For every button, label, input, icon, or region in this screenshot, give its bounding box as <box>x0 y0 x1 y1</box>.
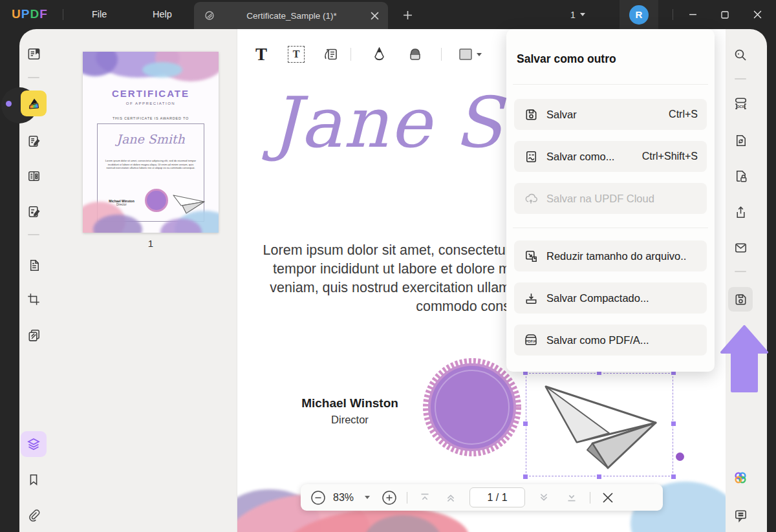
sidebar-item-ocr[interactable]: OCR <box>728 91 753 116</box>
first-page-button[interactable] <box>415 491 435 505</box>
callout-tool-button[interactable] <box>319 43 343 66</box>
close-toolbar-button[interactable] <box>598 492 618 504</box>
title-bar: UPDF File Help Certificate_Sample (1)* 1… <box>0 0 776 29</box>
tab-count-dropdown[interactable]: 1 <box>570 0 585 29</box>
zoom-level-caret[interactable] <box>360 496 374 499</box>
thumb-seal <box>145 189 168 212</box>
menu-item-shortcut: Ctrl+Shift+S <box>642 151 698 162</box>
feedback-chat-icon <box>733 508 748 523</box>
eraser-tool-button[interactable] <box>404 43 427 66</box>
zoom-level-value: 83% <box>327 492 360 504</box>
sidebar-item-share[interactable] <box>728 200 753 224</box>
shape-tool-caret[interactable] <box>473 43 485 66</box>
resize-handle[interactable] <box>523 474 528 480</box>
ai-flower-icon <box>732 469 749 486</box>
sidebar-item-search[interactable] <box>728 43 753 67</box>
menu-item-salvar[interactable]: Salvar Ctrl+S <box>514 99 707 130</box>
sidebar-item-email[interactable] <box>728 235 753 260</box>
sidebar-item-updf-ai[interactable] <box>728 465 753 490</box>
menu-item-label: Reduzir tamanho do arquivo.. <box>546 250 698 262</box>
sidebar-item-fill-sign[interactable] <box>21 199 46 224</box>
menu-item-reduzir-tamanho[interactable]: Reduzir tamanho do arquivo.. <box>514 240 707 271</box>
page-indicator[interactable]: 1 / 1 <box>469 487 525 507</box>
menu-item-salvar-compactado[interactable]: Salvar Compactado... <box>514 282 707 314</box>
menu-file[interactable]: File <box>83 0 116 29</box>
sidebar-item-attachment[interactable] <box>21 503 46 527</box>
sidebar-item-convert[interactable] <box>728 128 753 153</box>
divider <box>735 271 746 272</box>
menu-item-salvar-pdfa[interactable]: PDF/A Salvar como PDF/A... <box>514 325 707 356</box>
certificate-signature: JaneS <box>271 82 503 163</box>
menu-item-label: Salvar como PDF/A... <box>546 334 698 346</box>
resize-handle[interactable] <box>596 474 602 480</box>
sidebar-item-compare-pages[interactable] <box>21 323 46 347</box>
zoom-toolbar: 83% 1 / 1 <box>301 484 663 511</box>
save-as-icon <box>523 149 539 164</box>
text-box-tool-button[interactable]: T <box>285 43 308 66</box>
sidebar-item-layers-active[interactable] <box>21 431 47 457</box>
sidebar-item-organize-pages[interactable] <box>21 164 46 188</box>
resize-handle[interactable] <box>523 421 528 427</box>
paper-plane-sticker[interactable] <box>532 378 669 473</box>
text-tool-button[interactable]: T <box>250 43 273 66</box>
decor-dot <box>676 452 684 461</box>
cloud-upload-icon <box>523 191 539 206</box>
sidebar-item-comment-active[interactable] <box>21 90 47 116</box>
tab-close-icon[interactable] <box>367 8 382 23</box>
tab-count-value: 1 <box>570 10 576 20</box>
thumb-certificate-title: CERTIFICATE <box>83 88 219 99</box>
minimize-button[interactable] <box>678 0 707 29</box>
sidebar-item-reader[interactable] <box>21 41 46 66</box>
save-menu-header: Salvar como outro <box>517 52 616 66</box>
menu-help[interactable]: Help <box>144 0 181 29</box>
highlighter-icon <box>26 96 41 111</box>
previous-page-button[interactable] <box>440 491 462 505</box>
new-tab-button[interactable] <box>400 7 415 23</box>
sidebar-item-save-active[interactable] <box>728 287 753 312</box>
sidebar-item-bookmark[interactable] <box>21 467 46 492</box>
selection-box[interactable] <box>526 373 673 476</box>
sidebar-item-page-tools[interactable] <box>21 253 46 277</box>
resize-handle[interactable] <box>671 421 676 427</box>
close-button[interactable] <box>742 0 772 29</box>
divider <box>513 84 708 85</box>
certificate-seal[interactable] <box>421 356 523 458</box>
logo-letter: F <box>39 7 48 21</box>
account-button[interactable]: R <box>620 0 658 29</box>
layers-icon <box>26 436 41 452</box>
divider <box>28 234 39 235</box>
sidebar-item-edit-pdf[interactable] <box>21 129 46 153</box>
divider <box>735 78 746 80</box>
pencil-tool-button[interactable] <box>367 43 391 66</box>
thumb-signature: Jane Smith <box>83 132 219 146</box>
divider <box>590 492 590 504</box>
menu-item-shortcut: Ctrl+S <box>669 109 698 120</box>
divider <box>407 492 407 504</box>
sidebar-item-protect[interactable] <box>728 164 753 188</box>
sidebar-item-feedback[interactable] <box>728 503 753 527</box>
menu-item-label: Salvar como... <box>546 151 642 163</box>
save-menu-panel: Salvar como outro Salvar Ctrl+S Salvar c… <box>506 29 715 372</box>
reduce-file-size-icon <box>523 249 539 264</box>
maximize-button[interactable] <box>710 0 740 29</box>
page-thumbnail[interactable]: CERTIFICATE OF APPRECIATION THIS CERTIFI… <box>83 52 219 233</box>
zoom-in-button[interactable] <box>381 489 398 506</box>
sidebar-item-crop[interactable] <box>21 287 46 312</box>
logo-letter: U <box>12 7 21 21</box>
next-page-button[interactable] <box>533 491 555 505</box>
tab-document-icon <box>203 9 216 22</box>
avatar: R <box>629 5 649 25</box>
signer-name: Michael Winston <box>279 396 421 410</box>
divider <box>63 9 63 20</box>
thumbnail-page-number: 1 <box>83 238 219 249</box>
last-page-button[interactable] <box>561 491 582 505</box>
thumb-body-text: Lorem ipsum dolor sit amet, consectetur … <box>103 159 198 170</box>
menu-item-salvar-como[interactable]: Salvar como... Ctrl+Shift+S <box>514 141 707 172</box>
divider <box>441 48 442 61</box>
resize-handle[interactable] <box>671 474 676 480</box>
menu-item-label: Salvar na UPDF Cloud <box>546 193 698 205</box>
logo-letter: P <box>21 7 30 21</box>
document-tab[interactable]: Certificate_Sample (1)* <box>194 2 388 29</box>
zoom-out-button[interactable] <box>310 489 327 506</box>
save-icon <box>733 292 748 307</box>
